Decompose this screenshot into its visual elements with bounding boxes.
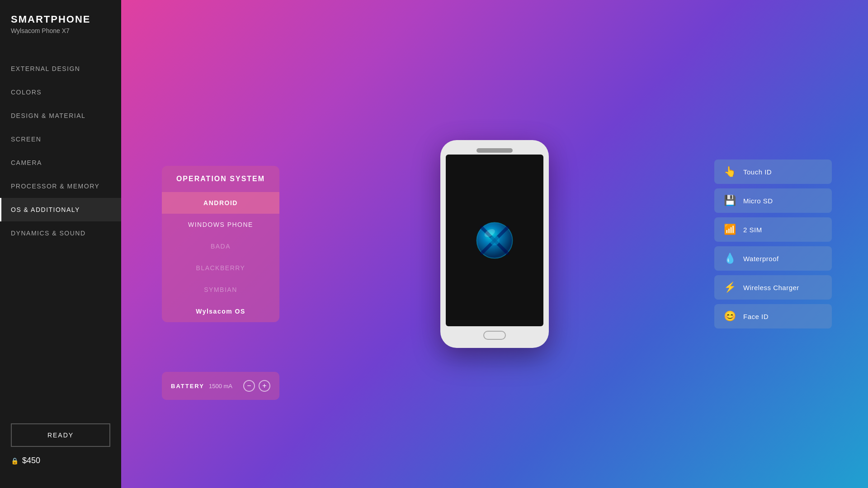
feature-item-micro-sd[interactable]: 💾Micro SD [714, 188, 832, 213]
touch-id-label: Touch ID [743, 168, 772, 176]
battery-decrease-button[interactable]: − [243, 380, 255, 392]
feature-item-face-id[interactable]: 😊Face ID [714, 304, 832, 328]
price-display: 🔒 $450 [11, 456, 110, 465]
phone-home-button[interactable] [483, 331, 506, 340]
main-content: OPERATION SYSTEM ANDROIDWINDOWS PHONEBAD… [121, 0, 868, 488]
wireless-charger-icon: ⚡ [723, 282, 736, 293]
phone-screen [446, 155, 543, 326]
sidebar-item-camera[interactable]: CAMERA [0, 151, 121, 174]
brand-subtitle: Wylsacom Phone X7 [11, 27, 110, 34]
phone-body [440, 140, 549, 348]
sidebar-item-dynamics-sound[interactable]: DYNAMICS & SOUND [0, 221, 121, 245]
battery-controls: − + [243, 380, 270, 392]
battery-label: BATTERY [171, 383, 204, 389]
battery-value: 1500 mA [209, 383, 239, 389]
face-id-label: Face ID [743, 313, 769, 320]
wireless-charger-label: Wireless Charger [743, 284, 799, 291]
sidebar-nav: EXTERNAL DESIGNCOLORSDESIGN & MATERIALSC… [0, 57, 121, 414]
2-sim-label: 2 SIM [743, 226, 762, 234]
os-item-wylsacom-os[interactable]: Wylsacom OS [162, 300, 279, 322]
2-sim-icon: 📶 [723, 224, 736, 235]
phone-speaker [476, 148, 513, 153]
sidebar-item-screen[interactable]: SCREEN [0, 127, 121, 151]
price-icon: 🔒 [11, 457, 19, 465]
feature-item-waterproof[interactable]: 💧Waterproof [714, 246, 832, 271]
price-value: $450 [22, 456, 40, 465]
sidebar-item-design-material[interactable]: DESIGN & MATERIAL [0, 104, 121, 127]
face-id-icon: 😊 [723, 310, 736, 322]
phone-bottom [446, 326, 543, 343]
brand-title: SMARTPHONE [11, 14, 110, 25]
feature-item-touch-id[interactable]: 👆Touch ID [714, 160, 832, 184]
battery-panel: BATTERY 1500 mA − + [162, 372, 279, 400]
features-panel: 👆Touch ID💾Micro SD📶2 SIM💧Waterproof⚡Wire… [714, 160, 832, 328]
micro-sd-label: Micro SD [743, 197, 773, 205]
os-item-android[interactable]: ANDROID [162, 192, 279, 214]
sidebar-item-os-additionally[interactable]: OS & ADDITIONALY [0, 198, 121, 221]
ready-button[interactable]: READY [11, 423, 110, 447]
brand-section: SMARTPHONE Wylsacom Phone X7 [0, 14, 121, 57]
feature-item-2-sim[interactable]: 📶2 SIM [714, 217, 832, 242]
micro-sd-icon: 💾 [723, 195, 736, 206]
os-item-windows-phone[interactable]: WINDOWS PHONE [162, 214, 279, 235]
sidebar-item-external-design[interactable]: EXTERNAL DESIGN [0, 57, 121, 80]
phone-logo [474, 220, 515, 261]
os-item-blackberry[interactable]: BLACKBERRY [162, 257, 279, 279]
sidebar: SMARTPHONE Wylsacom Phone X7 EXTERNAL DE… [0, 0, 121, 488]
feature-item-wireless-charger[interactable]: ⚡Wireless Charger [714, 275, 832, 300]
os-item-symbian[interactable]: SYMBIAN [162, 279, 279, 300]
phone-mockup [440, 140, 549, 348]
sidebar-item-processor-memory[interactable]: PROCESSOR & MEMORY [0, 174, 121, 198]
svg-point-4 [490, 235, 500, 245]
waterproof-icon: 💧 [723, 253, 736, 264]
waterproof-label: Waterproof [743, 255, 779, 263]
touch-id-icon: 👆 [723, 166, 736, 178]
sidebar-footer: READY 🔒 $450 [0, 414, 121, 474]
os-item-bada[interactable]: BADA [162, 235, 279, 257]
os-panel-header: OPERATION SYSTEM [162, 166, 279, 192]
sidebar-item-colors[interactable]: COLORS [0, 80, 121, 104]
phone-top [446, 145, 543, 155]
os-panel: OPERATION SYSTEM ANDROIDWINDOWS PHONEBAD… [162, 166, 279, 322]
battery-increase-button[interactable]: + [259, 380, 270, 392]
